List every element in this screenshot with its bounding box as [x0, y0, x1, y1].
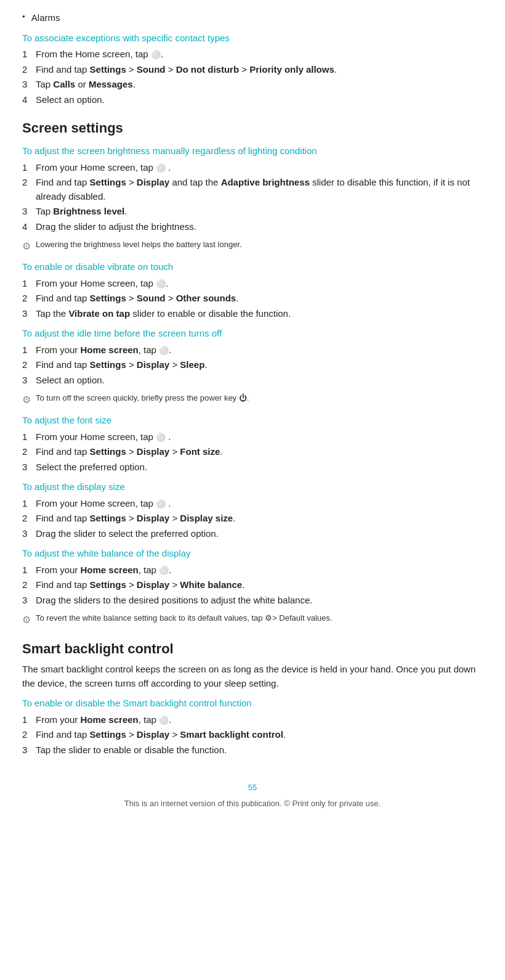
tip-icon-idle: ⚙: [22, 393, 31, 407]
tip-text-white-balance: To revert the white balance setting back…: [36, 612, 332, 624]
bullet-alarms: ● Alarms: [22, 11, 483, 25]
steps-list-section6: 1 From your Home screen, tap ⚪ . 2 Find …: [22, 497, 483, 541]
footer-note: This is an internet version of this publ…: [22, 798, 483, 810]
bullet-dot-icon: ●: [22, 12, 25, 21]
page-number: 55: [22, 782, 483, 794]
steps-list-section3: 1 From your Home screen, tap ⚪. 2 Find a…: [22, 277, 483, 321]
step-item: 1 From your Home screen, tap ⚪.: [22, 277, 483, 291]
step-item: 2 Find and tap Settings > Display and ta…: [22, 176, 483, 203]
steps-list-section1: 1 From the Home screen, tap ⚪. 2 Find an…: [22, 47, 483, 107]
step-item: 1 From your Home screen, tap ⚪.: [22, 563, 483, 578]
steps-list-section4: 1 From your Home screen, tap ⚪. 2 Find a…: [22, 343, 483, 388]
step-item: 1 From your Home screen, tap ⚪ .: [22, 497, 483, 511]
step-item: 1 From your Home screen, tap ⚪ .: [22, 430, 483, 444]
step-item: 1 From the Home screen, tap ⚪.: [22, 47, 483, 62]
smart-backlight-body: The smart backlight control keeps the sc…: [22, 663, 483, 690]
step-item: 3 Tap Brightness level.: [22, 205, 483, 219]
step-item: 1 From your Home screen, tap ⚪.: [22, 343, 483, 357]
cyan-heading-section8: To enable or disable the Smart backlight…: [22, 696, 483, 711]
step-item: 4 Drag the slider to adjust the brightne…: [22, 220, 483, 234]
tip-icon: ⚙: [22, 239, 31, 254]
step-item: 1 From your Home screen, tap ⚪ .: [22, 161, 483, 175]
tip-text-brightness: Lowering the brightness level helps the …: [36, 239, 242, 251]
bullet-alarms-text: Alarms: [31, 11, 60, 25]
steps-list-section5: 1 From your Home screen, tap ⚪ . 2 Find …: [22, 430, 483, 475]
step-item: 2 Find and tap Settings > Sound > Do not…: [22, 63, 483, 77]
cyan-heading-section1: To associate exceptions with specific co…: [22, 31, 483, 46]
screen-settings-heading: Screen settings: [22, 118, 483, 138]
cyan-heading-section5: To adjust the font size: [22, 414, 483, 428]
step-item: 3 Tap Calls or Messages.: [22, 78, 483, 92]
step-item: 2 Find and tap Settings > Display > Font…: [22, 445, 483, 459]
step-item: 3 Tap the slider to enable or disable th…: [22, 743, 483, 757]
steps-list-section7: 1 From your Home screen, tap ⚪. 2 Find a…: [22, 563, 483, 608]
step-item: 1 From your Home screen, tap ⚪.: [22, 713, 483, 727]
steps-list-section2: 1 From your Home screen, tap ⚪ . 2 Find …: [22, 161, 483, 234]
cyan-heading-section7: To adjust the white balance of the displ…: [22, 547, 483, 561]
step-item: 2 Find and tap Settings > Display > Smar…: [22, 728, 483, 742]
step-item: 3 Select the preferred option.: [22, 460, 483, 475]
smart-backlight-heading: Smart backlight control: [22, 639, 483, 659]
tip-box-brightness: ⚙ Lowering the brightness level helps th…: [22, 239, 483, 254]
tip-box-idle: ⚙ To turn off the screen quickly, briefl…: [22, 392, 483, 407]
cyan-heading-section2: To adjust the screen brightness manually…: [22, 144, 483, 158]
step-item: 2 Find and tap Settings > Display > Whit…: [22, 578, 483, 592]
steps-list-section8: 1 From your Home screen, tap ⚪. 2 Find a…: [22, 713, 483, 757]
step-item: 3 Drag the sliders to the desired positi…: [22, 594, 483, 608]
tip-box-white-balance: ⚙ To revert the white balance setting ba…: [22, 612, 483, 627]
tip-icon-white-balance: ⚙: [22, 613, 31, 627]
step-item: 3 Select an option.: [22, 374, 483, 388]
step-item: 4 Select an option.: [22, 93, 483, 107]
step-item: 3 Tap the Vibrate on tap slider to enabl…: [22, 307, 483, 321]
step-item: 3 Drag the slider to select the preferre…: [22, 527, 483, 541]
cyan-heading-section3: To enable or disable vibrate on touch: [22, 260, 483, 274]
tip-text-idle: To turn off the screen quickly, briefly …: [36, 392, 249, 404]
step-item: 2 Find and tap Settings > Display > Disp…: [22, 512, 483, 526]
cyan-heading-section6: To adjust the display size: [22, 480, 483, 494]
step-item: 2 Find and tap Settings > Sound > Other …: [22, 292, 483, 306]
step-item: 2 Find and tap Settings > Display > Slee…: [22, 358, 483, 372]
cyan-heading-section4: To adjust the idle time before the scree…: [22, 327, 483, 341]
